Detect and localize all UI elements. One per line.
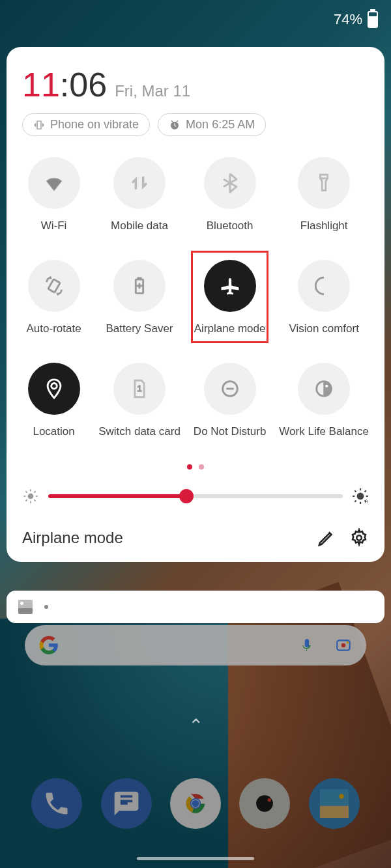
quick-settings-panel[interactable]: 11:06 Fri, Mar 11 Phone on vibrate Mon 6…	[7, 47, 384, 562]
brightness-thumb[interactable]	[179, 489, 194, 503]
wifi-icon	[43, 172, 65, 194]
brightness-low-icon	[22, 488, 39, 505]
clock-row: 11:06 Fri, Mar 11	[22, 65, 369, 104]
date[interactable]: Fri, Mar 11	[115, 82, 190, 100]
battery-icon	[368, 11, 378, 28]
sim-toggle[interactable]: 1	[113, 363, 166, 415]
vision-icon	[313, 275, 335, 297]
vibrate-label: Phone on vibrate	[50, 118, 139, 132]
gallery-icon	[320, 789, 349, 818]
battery-saver-toggle[interactable]	[113, 260, 166, 312]
tiles-grid: Wi-FiMobile dataBluetoothFlashlightAuto-…	[22, 157, 369, 438]
page-indicator[interactable]	[22, 464, 369, 469]
battery-percent: 74%	[334, 11, 362, 28]
flashlight-toggle[interactable]	[298, 157, 350, 209]
work-life-toggle[interactable]	[298, 363, 350, 415]
svg-point-9	[357, 493, 364, 500]
tile-dnd[interactable]: Do Not Disturb	[194, 363, 266, 438]
tile-label: Work Life Balance	[279, 425, 369, 438]
svg-point-18	[192, 800, 199, 807]
page-dot-0	[187, 464, 192, 469]
tile-location[interactable]: Location	[22, 363, 85, 438]
dock-chrome[interactable]	[170, 778, 221, 829]
tile-label: Mobile data	[111, 219, 168, 232]
svg-point-19	[256, 795, 273, 812]
mobile-data-toggle[interactable]	[113, 157, 166, 209]
lens-icon[interactable]	[335, 637, 352, 654]
svg-rect-23	[320, 806, 349, 818]
bluetooth-toggle[interactable]	[204, 157, 256, 209]
svg-point-11	[356, 535, 362, 540]
bluetooth-icon	[219, 172, 241, 194]
airplane-toggle[interactable]	[204, 260, 256, 312]
dock-gallery[interactable]	[309, 778, 360, 829]
work-life-icon	[313, 378, 335, 400]
notification-bar[interactable]	[7, 591, 384, 623]
settings-icon[interactable]	[349, 528, 369, 548]
vision-toggle[interactable]	[298, 260, 350, 312]
dnd-toggle[interactable]	[204, 363, 256, 415]
tile-label: Bluetooth	[207, 219, 253, 232]
alarm-clock-icon	[169, 119, 181, 131]
sim-icon: 1	[128, 378, 151, 400]
mobile-data-icon	[128, 172, 151, 194]
dnd-icon	[219, 378, 241, 400]
clock-minute: 06	[69, 66, 107, 104]
dock-phone[interactable]	[31, 778, 82, 829]
notification-thumb-icon	[18, 600, 33, 614]
chevron-up-icon[interactable]: ⌃	[188, 715, 203, 736]
location-toggle[interactable]	[28, 363, 80, 415]
footer-label: Airplane mode	[22, 529, 304, 547]
auto-rotate-toggle[interactable]	[28, 260, 80, 312]
wifi-toggle[interactable]	[28, 157, 80, 209]
edit-icon[interactable]	[317, 528, 336, 548]
alarm-label: Mon 6:25 AM	[186, 118, 255, 132]
mic-icon[interactable]	[298, 637, 315, 654]
tile-label: Switch data card	[98, 425, 181, 438]
notification-dot-icon	[44, 605, 48, 609]
dock-camera[interactable]	[239, 778, 290, 829]
vibrate-chip[interactable]: Phone on vibrate	[22, 113, 150, 136]
flashlight-icon	[313, 172, 335, 194]
tile-label: Location	[33, 425, 74, 438]
google-search-bar[interactable]	[25, 625, 366, 665]
tile-airplane[interactable]: Airplane mode	[194, 260, 266, 335]
panel-footer: Airplane mode	[22, 528, 369, 548]
tile-wifi[interactable]: Wi-Fi	[22, 157, 85, 232]
brightness-slider[interactable]	[48, 494, 343, 498]
tile-label: Airplane mode	[194, 322, 266, 335]
svg-rect-3	[138, 277, 141, 279]
page-dot-1	[199, 464, 204, 469]
dock	[0, 778, 391, 829]
alarm-chip[interactable]: Mon 6:25 AM	[158, 113, 266, 136]
brightness-fill	[48, 494, 186, 498]
nav-handle[interactable]	[137, 857, 254, 860]
brightness-row: A	[22, 488, 369, 505]
svg-point-14	[347, 641, 349, 643]
airplane-icon	[219, 275, 241, 297]
svg-text:1: 1	[137, 384, 141, 393]
status-bar: 74%	[0, 0, 391, 39]
tile-mobile-data[interactable]: Mobile data	[98, 157, 181, 232]
tile-vision[interactable]: Vision comfort	[279, 260, 369, 335]
svg-rect-21	[320, 789, 349, 806]
clock-hour: 11	[22, 66, 60, 104]
vibrate-icon	[33, 119, 45, 131]
tile-sim[interactable]: 1Switch data card	[98, 363, 181, 438]
tile-label: Wi-Fi	[41, 219, 67, 232]
tile-label: Flashlight	[300, 219, 348, 232]
tile-battery-saver[interactable]: Battery Saver	[98, 260, 181, 335]
tile-label: Auto-rotate	[27, 322, 81, 335]
tile-auto-rotate[interactable]: Auto-rotate	[22, 260, 85, 335]
svg-point-8	[28, 494, 34, 499]
svg-text:A: A	[365, 498, 369, 505]
tile-bluetooth[interactable]: Bluetooth	[194, 157, 266, 232]
tile-flashlight[interactable]: Flashlight	[279, 157, 369, 232]
status-chips: Phone on vibrate Mon 6:25 AM	[22, 113, 369, 136]
tile-work-life[interactable]: Work Life Balance	[279, 363, 369, 438]
brightness-auto-icon: A	[352, 488, 369, 505]
dock-messages[interactable]	[101, 778, 152, 829]
clock[interactable]: 11:06	[22, 65, 107, 104]
location-icon	[43, 378, 65, 400]
svg-rect-1	[48, 279, 59, 292]
